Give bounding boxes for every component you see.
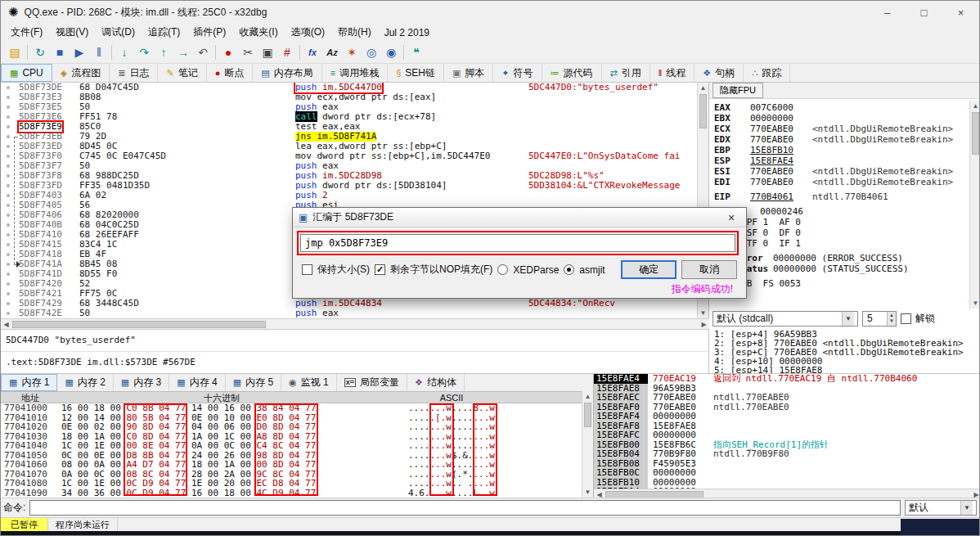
scrollbar-thumb[interactable] [584,403,591,427]
stack-row[interactable]: 15E8FB0C00000000 [594,468,980,478]
register-value[interactable]: 15E8FB10 [750,145,812,155]
scroll-up-icon[interactable]: ▲ [698,83,708,93]
tab-symbols[interactable]: ✦符号 [493,64,542,82]
register-value[interactable]: 770EABE0 [750,177,812,187]
tab-memory-map[interactable]: ▤内存布局 [253,64,321,82]
breakpoint-icon[interactable]: ● [218,43,238,61]
chat-icon[interactable]: ❝ [407,43,426,61]
register-value[interactable]: 15E8FAE4 [750,155,812,166]
scroll-down-icon[interactable]: ▼ [582,487,593,498]
disasm-horizontal-scrollbar[interactable]: ◀ ▶ [1,318,709,329]
stop-icon[interactable]: ■ [50,43,70,61]
disasm-row[interactable]: 5D8F742E50push eax [1,309,696,318]
breakpoint-dot-icon[interactable] [7,184,10,187]
tab-watch-1[interactable]: ◉监视 1 [281,374,337,391]
disasm-row[interactable]: 5D8F742968 3448C45Dpush im.5DC448345DC44… [1,299,696,309]
scroll-right-icon[interactable]: ▶ [971,489,980,498]
step-over-icon[interactable]: ↷ [134,43,154,61]
register-value[interactable]: 00000246 [760,206,822,217]
stack-row[interactable]: 15E8FAE4770EAC19返回到 ntdll.770EAC19 自 ntd… [594,374,980,384]
tab-trace[interactable]: ∴跟踪 [744,64,790,82]
az-icon[interactable]: Az [322,43,342,61]
disasm-row[interactable]: 5D8F73F0C745 0C E047C45Dmov dword ptr ss… [1,151,696,161]
restart-icon[interactable]: ↻ [30,43,50,61]
search-icon[interactable]: ◉ [381,43,401,61]
run-to-cursor-icon[interactable]: → [173,43,193,61]
tab-call-stack[interactable]: ≡调用堆栈 [322,64,388,82]
breakpoint-dot-icon[interactable] [7,273,10,276]
tab-locals[interactable]: x=局部变量 [337,374,407,391]
register-value[interactable]: 770B4061 [750,191,812,202]
run-icon[interactable]: ▶ [70,43,89,61]
dump-scrollbar[interactable]: ▲ ▼ [582,391,593,498]
menu-item-3[interactable]: 追踪(T) [142,24,187,41]
stack-row[interactable]: 15E8FB08F45905E3 [594,459,980,469]
breakpoint-dot-icon[interactable] [7,292,10,295]
breakpoint-dot-icon[interactable] [7,282,10,286]
register-value[interactable]: 770EABE0 [750,166,812,177]
menu-item-7[interactable]: 帮助(H) [331,24,378,41]
tab-log[interactable]: ≣日志 [110,64,158,82]
breakpoint-dot-icon[interactable] [7,174,10,178]
stack-row[interactable]: 15E8FAFC00000000 [594,430,980,440]
keep-size-checkbox[interactable] [302,264,312,275]
hash-icon[interactable]: # [277,43,297,61]
xedparse-radio[interactable] [497,264,508,275]
register-value[interactable]: 770EABE0 [750,134,812,145]
tab-graph[interactable]: ◈流程图 [52,64,110,82]
breakpoint-dot-icon[interactable] [7,302,10,305]
assemble-input[interactable] [300,234,735,252]
breakpoint-dot-icon[interactable] [7,106,10,109]
scroll-down-icon[interactable]: ▼ [698,308,708,318]
open-file-icon[interactable]: ▤ [5,43,25,61]
asmjit-radio[interactable] [564,264,574,275]
breakpoint-dot-icon[interactable] [7,115,10,119]
breakpoint-dot-icon[interactable] [7,145,10,148]
unlock-checkbox[interactable] [901,313,911,324]
ok-button[interactable]: 确定 [621,260,677,279]
breakpoint-dot-icon[interactable] [7,135,10,138]
breakpoint-dot-icon[interactable] [7,243,10,246]
dialog-close-icon[interactable]: × [717,208,746,227]
stack-row[interactable]: 15E8FAF815E8FAE8 [594,421,980,431]
command-dropdown[interactable]: 默认 ▼ [905,500,977,516]
breakpoint-dot-icon[interactable] [7,194,10,197]
nop-fill-checkbox[interactable] [375,264,385,275]
scrollbar-thumb[interactable] [699,94,707,128]
menu-item-6[interactable]: 选项(O) [285,24,331,41]
tab-source[interactable]: ≔源代码 [542,64,602,82]
spinner-arrows-icon[interactable]: ▲▼ [887,312,896,326]
breakpoint-dot-icon[interactable] [7,253,10,256]
tab-dump-4[interactable]: ▦内存 4 [169,374,225,391]
scrollbar-thumb[interactable] [12,321,266,328]
arg-count-spinner[interactable]: 5 ▲▼ [862,311,897,327]
breakpoint-dot-icon[interactable] [7,204,10,207]
breakpoint-dot-icon[interactable] [7,164,10,168]
disasm-row[interactable]: 5D8F73E38B08mov ecx,dword ptr ds:[eax] [1,92,696,102]
pause-icon[interactable]: ‖ [89,43,109,61]
dialog-title-bar[interactable]: ▣ 汇编于 5D8F73DE × [293,208,746,227]
patch-icon[interactable]: ▣ [258,43,277,61]
tab-dump-2[interactable]: ▦内存 2 [57,374,113,391]
breakpoint-dot-icon[interactable] [7,233,10,236]
stack-horizontal-scrollbar[interactable]: ◀ ▶ [594,489,980,498]
compass-icon[interactable]: ◎ [362,43,381,61]
close-button[interactable]: × [942,1,979,24]
disasm-row[interactable]: 5D8F74036A 02push 2 [1,191,696,200]
tab-dump-3[interactable]: ▦内存 3 [114,374,169,391]
scroll-up-icon[interactable]: ▲ [582,391,593,402]
menu-item-0[interactable]: 文件(F) [4,24,49,41]
back-icon[interactable]: ↶ [193,43,213,61]
tab-breakpoints[interactable]: ●断点 [207,64,254,82]
breakpoint-dot-icon[interactable] [7,214,10,217]
stack-row[interactable]: 15E8FAEC770EABE0ntdll.770EABE0 [594,393,980,403]
scrollbar-thumb[interactable] [605,491,704,498]
register-value[interactable]: 00000000 (STATUS_SUCCESS) [773,263,909,274]
register-value[interactable]: 00000000 (ERROR_SUCCESS) [773,253,903,263]
tab-notes[interactable]: ✎笔记 [158,64,206,82]
cancel-button[interactable]: 取消 [681,260,737,279]
register-value[interactable]: 770EABE0 [750,124,812,134]
calling-convention-select[interactable]: 默认 (stdcall) ▼ [713,311,858,327]
tab-cpu[interactable]: ▦CPU [1,64,52,82]
tab-script[interactable]: ▣脚本 [444,64,493,82]
